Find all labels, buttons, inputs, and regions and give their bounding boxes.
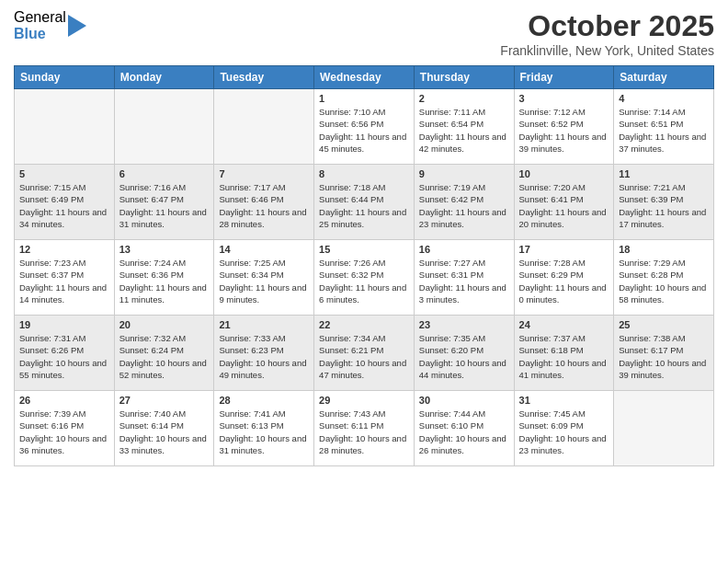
day-number: 12 xyxy=(19,244,109,255)
day-info: Sunrise: 7:35 AMSunset: 6:20 PMDaylight:… xyxy=(419,332,509,381)
table-row: 27Sunrise: 7:40 AMSunset: 6:14 PMDayligh… xyxy=(114,391,214,466)
day-info-line: Sunrise: 7:25 AM xyxy=(219,257,309,269)
table-row: 5Sunrise: 7:15 AMSunset: 6:49 PMDaylight… xyxy=(15,165,115,240)
day-info-line: Daylight: 11 hours and 25 minutes. xyxy=(319,206,409,231)
day-number: 11 xyxy=(619,168,709,179)
day-info-line: Sunrise: 7:23 AM xyxy=(19,257,109,269)
day-number: 5 xyxy=(19,168,109,179)
table-row: 17Sunrise: 7:28 AMSunset: 6:29 PMDayligh… xyxy=(514,240,614,316)
day-info-line: Sunrise: 7:39 AM xyxy=(19,408,109,419)
day-info-line: Sunset: 6:24 PM xyxy=(119,344,210,356)
day-info-line: Daylight: 11 hours and 14 minutes. xyxy=(19,282,109,306)
day-number: 25 xyxy=(619,319,709,330)
day-number: 16 xyxy=(419,244,509,255)
day-info-line: Sunrise: 7:38 AM xyxy=(619,332,709,344)
day-info-line: Daylight: 10 hours and 26 minutes. xyxy=(419,432,509,457)
day-info-line: Daylight: 11 hours and 3 minutes. xyxy=(419,282,509,306)
title-section: October 2025 Franklinville, New York, Un… xyxy=(500,9,714,58)
day-info-line: Sunset: 6:34 PM xyxy=(219,269,309,281)
day-info-line: Sunset: 6:10 PM xyxy=(419,419,509,431)
day-info-line: Sunset: 6:42 PM xyxy=(419,193,509,205)
day-number: 6 xyxy=(119,168,210,179)
day-info-line: Sunrise: 7:11 AM xyxy=(419,106,509,118)
day-info: Sunrise: 7:16 AMSunset: 6:47 PMDaylight:… xyxy=(119,181,210,230)
table-row: 10Sunrise: 7:20 AMSunset: 6:41 PMDayligh… xyxy=(514,165,614,240)
day-info-line: Daylight: 10 hours and 39 minutes. xyxy=(619,357,709,382)
table-row: 4Sunrise: 7:14 AMSunset: 6:51 PMDaylight… xyxy=(614,89,714,165)
table-row: 19Sunrise: 7:31 AMSunset: 6:26 PMDayligh… xyxy=(15,316,115,391)
day-info-line: Sunset: 6:37 PM xyxy=(19,269,109,281)
header-thursday: Thursday xyxy=(414,66,514,89)
day-info: Sunrise: 7:15 AMSunset: 6:49 PMDaylight:… xyxy=(19,181,109,230)
calendar-header-row: Sunday Monday Tuesday Wednesday Thursday… xyxy=(15,66,714,89)
day-info: Sunrise: 7:12 AMSunset: 6:52 PMDaylight:… xyxy=(519,106,609,155)
day-info-line: Daylight: 11 hours and 6 minutes. xyxy=(319,282,409,306)
table-row: 18Sunrise: 7:29 AMSunset: 6:28 PMDayligh… xyxy=(614,240,714,316)
day-info-line: Sunrise: 7:27 AM xyxy=(419,257,509,269)
day-info: Sunrise: 7:37 AMSunset: 6:18 PMDaylight:… xyxy=(519,332,609,381)
table-row: 8Sunrise: 7:18 AMSunset: 6:44 PMDaylight… xyxy=(314,165,415,240)
day-info-line: Sunset: 6:52 PM xyxy=(519,118,609,130)
header: General Blue October 2025 Franklinville,… xyxy=(14,9,714,58)
table-row: 20Sunrise: 7:32 AMSunset: 6:24 PMDayligh… xyxy=(114,316,214,391)
day-info-line: Sunset: 6:44 PM xyxy=(319,193,409,205)
table-row: 11Sunrise: 7:21 AMSunset: 6:39 PMDayligh… xyxy=(614,165,714,240)
table-row: 28Sunrise: 7:41 AMSunset: 6:13 PMDayligh… xyxy=(214,391,314,466)
day-info-line: Daylight: 10 hours and 41 minutes. xyxy=(519,357,609,382)
day-info-line: Daylight: 10 hours and 58 minutes. xyxy=(619,282,709,306)
calendar-week-row: 12Sunrise: 7:23 AMSunset: 6:37 PMDayligh… xyxy=(15,240,714,316)
day-info-line: Sunset: 6:39 PM xyxy=(619,193,709,205)
day-info-line: Daylight: 10 hours and 55 minutes. xyxy=(19,357,109,382)
table-row: 25Sunrise: 7:38 AMSunset: 6:17 PMDayligh… xyxy=(614,316,714,391)
header-saturday: Saturday xyxy=(614,66,714,89)
day-info-line: Daylight: 10 hours and 44 minutes. xyxy=(419,357,509,382)
day-info-line: Sunrise: 7:20 AM xyxy=(519,181,609,193)
day-number: 10 xyxy=(519,168,609,179)
day-info-line: Daylight: 10 hours and 47 minutes. xyxy=(319,357,409,382)
header-tuesday: Tuesday xyxy=(214,66,314,89)
day-info-line: Sunset: 6:32 PM xyxy=(319,269,409,281)
day-number: 18 xyxy=(619,244,709,255)
calendar-week-row: 19Sunrise: 7:31 AMSunset: 6:26 PMDayligh… xyxy=(15,316,714,391)
calendar-week-row: 1Sunrise: 7:10 AMSunset: 6:56 PMDaylight… xyxy=(15,89,714,165)
day-info-line: Daylight: 11 hours and 23 minutes. xyxy=(419,206,509,231)
day-info-line: Daylight: 11 hours and 39 minutes. xyxy=(519,131,609,155)
day-number: 15 xyxy=(319,244,409,255)
day-info-line: Daylight: 10 hours and 28 minutes. xyxy=(319,432,409,457)
day-info-line: Sunrise: 7:15 AM xyxy=(19,181,109,193)
day-info-line: Daylight: 10 hours and 52 minutes. xyxy=(119,357,210,382)
day-info-line: Sunrise: 7:10 AM xyxy=(319,106,409,118)
table-row: 29Sunrise: 7:43 AMSunset: 6:11 PMDayligh… xyxy=(314,391,415,466)
day-info: Sunrise: 7:32 AMSunset: 6:24 PMDaylight:… xyxy=(119,332,210,381)
day-number: 28 xyxy=(219,395,309,406)
table-row xyxy=(214,89,314,165)
table-row xyxy=(15,89,115,165)
day-info: Sunrise: 7:23 AMSunset: 6:37 PMDaylight:… xyxy=(19,257,109,305)
day-info-line: Daylight: 11 hours and 28 minutes. xyxy=(219,206,309,231)
day-number: 22 xyxy=(319,319,409,330)
day-info-line: Daylight: 11 hours and 20 minutes. xyxy=(519,206,609,231)
day-number: 23 xyxy=(419,319,509,330)
day-info-line: Sunset: 6:09 PM xyxy=(519,419,609,431)
day-info-line: Sunset: 6:17 PM xyxy=(619,344,709,356)
day-info-line: Sunset: 6:41 PM xyxy=(519,193,609,205)
day-number: 31 xyxy=(519,395,609,406)
day-number: 24 xyxy=(519,319,609,330)
day-info-line: Sunset: 6:36 PM xyxy=(119,269,210,281)
day-info: Sunrise: 7:10 AMSunset: 6:56 PMDaylight:… xyxy=(319,106,409,155)
table-row: 7Sunrise: 7:17 AMSunset: 6:46 PMDaylight… xyxy=(214,165,314,240)
table-row: 2Sunrise: 7:11 AMSunset: 6:54 PMDaylight… xyxy=(414,89,514,165)
day-info-line: Sunrise: 7:31 AM xyxy=(19,332,109,344)
day-number: 2 xyxy=(419,93,509,104)
day-info-line: Sunset: 6:28 PM xyxy=(619,269,709,281)
month-title: October 2025 xyxy=(500,9,714,43)
day-info-line: Sunrise: 7:33 AM xyxy=(219,332,309,344)
day-info-line: Daylight: 11 hours and 34 minutes. xyxy=(19,206,109,231)
day-number: 26 xyxy=(19,395,109,406)
day-info: Sunrise: 7:19 AMSunset: 6:42 PMDaylight:… xyxy=(419,181,509,230)
day-info: Sunrise: 7:20 AMSunset: 6:41 PMDaylight:… xyxy=(519,181,609,230)
day-info-line: Daylight: 10 hours and 36 minutes. xyxy=(19,432,109,457)
day-info-line: Sunrise: 7:12 AM xyxy=(519,106,609,118)
day-info-line: Sunrise: 7:44 AM xyxy=(419,408,509,419)
header-friday: Friday xyxy=(514,66,614,89)
